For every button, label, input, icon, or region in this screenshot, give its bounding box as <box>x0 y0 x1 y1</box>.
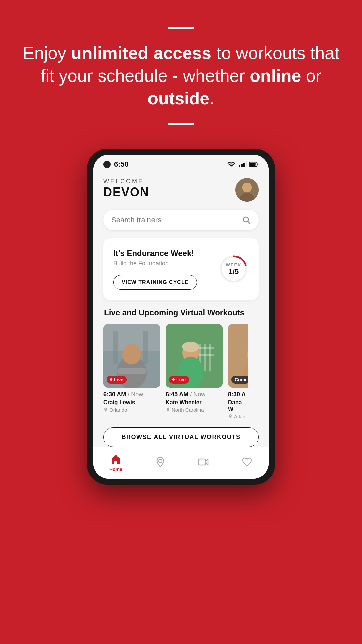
phone-screen: 6:50 <box>93 155 269 479</box>
status-time-area: 6:50 <box>103 160 129 169</box>
bottom-nav: Home <box>93 447 269 479</box>
wifi-icon <box>227 161 236 167</box>
hero-divider-bottom <box>168 123 194 125</box>
coming-badge-text: Comi <box>235 377 246 382</box>
search-icon <box>242 216 251 224</box>
svg-point-32 <box>182 342 199 352</box>
svg-rect-3 <box>243 163 245 167</box>
view-training-cycle-button[interactable]: VIEW TRAINING CYCLE <box>113 275 197 290</box>
workout-location-craig: Orlando <box>103 407 160 413</box>
workout-card[interactable]: Comi 8:30 A Dana W Atlan <box>228 324 248 419</box>
hero-section: Enjoy unlimited access to workouts that … <box>0 0 362 139</box>
nav-item-home[interactable]: Home <box>109 453 122 472</box>
nav-item-location[interactable] <box>155 456 166 469</box>
svg-point-0 <box>231 166 232 167</box>
phone-wrapper: 6:50 <box>87 149 275 485</box>
hero-divider-top <box>168 27 194 29</box>
svg-rect-7 <box>257 163 258 165</box>
training-title: It's Endurance Week! <box>113 249 197 258</box>
nav-item-favorites[interactable] <box>241 456 253 469</box>
workout-trainer-kate: Kate Wheeler <box>166 399 223 406</box>
camera-dot <box>103 161 111 168</box>
phone-frame: 6:50 <box>87 149 275 485</box>
coming-badge-dana: Comi <box>231 376 248 384</box>
workout-trainer-craig: Craig Lewis <box>103 399 160 406</box>
svg-rect-2 <box>241 164 243 167</box>
welcome-label: WELCOME <box>103 178 149 185</box>
app-header: WELCOME DEVON <box>103 178 259 202</box>
svg-rect-6 <box>250 163 256 166</box>
avatar[interactable] <box>235 178 259 202</box>
workout-trainer-dana: Dana W <box>228 399 248 413</box>
training-info: It's Endurance Week! Build the Foundatio… <box>113 249 197 290</box>
workout-card[interactable]: Live 6:45 AM / Now Kate Wheeler North Ca… <box>166 324 223 419</box>
heart-icon <box>241 456 253 468</box>
svg-rect-28 <box>197 347 214 349</box>
battery-icon <box>249 161 259 167</box>
svg-point-11 <box>242 183 252 192</box>
live-badge-kate: Live <box>169 376 189 384</box>
signal-icon <box>238 161 247 167</box>
hero-headline: Enjoy unlimited access to workouts that … <box>20 42 342 110</box>
svg-point-21 <box>122 344 141 364</box>
status-icons <box>227 161 259 167</box>
app-content: WELCOME DEVON <box>93 171 269 447</box>
live-badge-text: Live <box>114 377 123 382</box>
nav-label-home: Home <box>109 467 122 472</box>
svg-rect-37 <box>199 459 205 465</box>
svg-rect-29 <box>197 354 214 356</box>
live-badge-craig: Live <box>107 376 127 384</box>
svg-point-36 <box>159 459 162 463</box>
location-pin-icon <box>103 407 108 412</box>
svg-rect-18 <box>113 331 118 364</box>
live-badge-text: Live <box>176 377 186 382</box>
svg-rect-4 <box>246 161 247 167</box>
workout-time-kate: 6:45 AM / Now <box>166 391 223 398</box>
workout-thumbnail-dana: Comi <box>228 324 248 388</box>
user-name: DEVON <box>103 185 149 199</box>
week-label: WEEK <box>226 262 242 267</box>
workout-time-dana: 8:30 A <box>228 391 248 398</box>
home-icon <box>110 453 121 465</box>
workout-thumbnail-kate: Live <box>166 324 223 388</box>
video-icon <box>198 456 209 468</box>
location-pin-icon <box>166 407 170 412</box>
week-circle-text: WEEK 1/5 <box>226 262 242 276</box>
workouts-row: Live 6:30 AM / Now Craig Lewis Orlando <box>103 324 259 419</box>
workout-time-craig: 6:30 AM / Now <box>103 391 160 398</box>
search-input[interactable] <box>111 216 242 224</box>
status-bar: 6:50 <box>93 155 269 171</box>
location-icon <box>155 456 166 468</box>
workout-card[interactable]: Live 6:30 AM / Now Craig Lewis Orlando <box>103 324 160 419</box>
svg-rect-1 <box>239 165 240 167</box>
svg-rect-19 <box>143 331 148 364</box>
week-progress-circle: WEEK 1/5 <box>219 254 249 284</box>
search-bar[interactable] <box>103 210 259 230</box>
svg-rect-22 <box>117 368 146 374</box>
svg-line-13 <box>248 221 250 224</box>
location-pin-icon <box>228 414 233 419</box>
workout-location-dana: Atlan <box>228 414 248 419</box>
section-title: Live and Upcoming Virtual Workouts <box>103 308 259 317</box>
status-time-text: 6:50 <box>114 160 129 169</box>
week-num: 1/5 <box>226 267 242 276</box>
welcome-text: WELCOME DEVON <box>103 178 149 199</box>
nav-item-video[interactable] <box>198 456 209 469</box>
browse-all-button[interactable]: BROWSE ALL VIRTUAL WORKOUTS <box>103 427 259 447</box>
training-subtitle: Build the Foundation <box>113 260 197 267</box>
training-card: It's Endurance Week! Build the Foundatio… <box>103 238 259 300</box>
workout-location-kate: North Carolina <box>166 407 223 413</box>
workout-thumbnail-craig: Live <box>103 324 160 388</box>
